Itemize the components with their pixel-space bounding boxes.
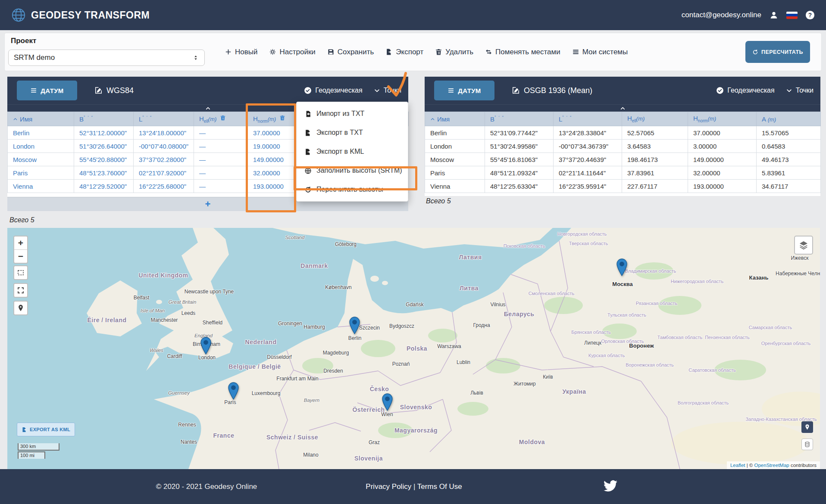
twitter-icon[interactable]: [604, 479, 617, 495]
points-dropdown-left[interactable]: Точки: [374, 87, 401, 94]
zoom-in-button[interactable]: +: [14, 236, 27, 249]
cell[interactable]: 48°12'29.52000": [74, 180, 134, 193]
fullscreen-button[interactable]: [13, 283, 28, 298]
menu-import-txt[interactable]: Импорт из TXT: [297, 104, 408, 123]
cell[interactable]: 51°30'26.64000": [74, 140, 134, 153]
cell[interactable]: 32.00000: [248, 166, 297, 180]
check-circle-icon: [304, 87, 312, 94]
menu-export-txt[interactable]: Экспорт в TXT: [297, 123, 408, 142]
marker-berlin[interactable]: [349, 317, 360, 334]
menu-recalc-heights[interactable]: Пересчитать высоты: [297, 180, 408, 199]
cell[interactable]: 37°37'02.28000": [134, 153, 194, 166]
account-icon[interactable]: [769, 10, 779, 20]
map-label: Warszawa: [437, 343, 461, 349]
cell[interactable]: 52°31'12.00000": [74, 126, 134, 140]
zoom-out-button[interactable]: −: [14, 249, 27, 263]
layers-control[interactable]: [794, 236, 813, 255]
cell[interactable]: 13°24'18.00000": [134, 126, 194, 140]
cell[interactable]: 55°45'20.88000": [74, 153, 134, 166]
save-button[interactable]: Сохранить: [327, 48, 374, 56]
export-kml-button[interactable]: EXPORT AS KML: [17, 423, 75, 436]
column-header-hell[interactable]: Hell(m): [194, 112, 248, 126]
cell[interactable]: London: [8, 140, 74, 153]
datum-button[interactable]: ДАТУМ: [17, 81, 77, 100]
help-icon[interactable]: ?: [805, 10, 815, 20]
delete-column-icon[interactable]: [279, 115, 285, 121]
coord-type-left[interactable]: Геодезическая: [304, 87, 362, 94]
cell[interactable]: 48°51'23.76000": [74, 166, 134, 180]
cell[interactable]: —: [194, 126, 248, 140]
swap-button[interactable]: Поменять местами: [485, 48, 560, 56]
osm-link[interactable]: OpenStreetMap: [754, 463, 789, 468]
column-header-l[interactable]: L° ′ ″: [134, 112, 194, 126]
column-header-hnorm[interactable]: Hnorm(m): [248, 112, 297, 126]
data-layers-button[interactable]: [801, 439, 813, 450]
cell[interactable]: -00°07'40.08000": [134, 140, 194, 153]
terms-link[interactable]: Terms Of Use: [417, 482, 462, 491]
add-marker-button[interactable]: [13, 301, 28, 315]
leaflet-link[interactable]: Leaflet: [730, 463, 745, 468]
marker-vienna[interactable]: [382, 393, 393, 411]
coord-type-right[interactable]: Геодезическая: [716, 87, 774, 94]
cell[interactable]: Paris: [8, 166, 74, 180]
settings-button[interactable]: Настройки: [269, 48, 315, 56]
language-flag-ru[interactable]: [786, 12, 798, 19]
cell[interactable]: —: [194, 153, 248, 166]
column-header-b[interactable]: B° ′ ″: [74, 112, 134, 126]
map-label: Владимирская область: [625, 268, 676, 274]
cell[interactable]: 37.00000: [248, 126, 297, 140]
datum-button[interactable]: ДАТУМ: [434, 81, 494, 100]
new-button[interactable]: Новый: [225, 48, 257, 56]
marker-london[interactable]: [200, 337, 211, 355]
cell[interactable]: Moscow: [8, 153, 74, 166]
box-select-button[interactable]: [13, 265, 28, 280]
cell[interactable]: —: [194, 180, 248, 193]
menu-export-kml[interactable]: Экспорт в KML: [297, 142, 408, 161]
cell[interactable]: Vienna: [8, 180, 74, 193]
cell[interactable]: 02°21'07.92000": [134, 166, 194, 180]
export-button[interactable]: Экспорт: [385, 48, 423, 56]
table-row: Vienna48°12'25.63304"16°22'35.95914"227.…: [425, 180, 821, 193]
cell: 3.64583: [622, 140, 688, 153]
menu-fill-heights-srtm[interactable]: Заполнить высоты (SRTM): [297, 161, 408, 180]
cell[interactable]: Berlin: [8, 126, 74, 140]
map-label: Липецк: [584, 340, 601, 346]
marker-paris[interactable]: [228, 382, 239, 400]
cell[interactable]: 19.00000: [248, 140, 297, 153]
column-header-a[interactable]: A (m): [757, 112, 821, 126]
map[interactable]: ScotlandUnited KingdomGreat BritainIsle …: [7, 228, 820, 469]
delete-button[interactable]: Удалить: [435, 48, 473, 56]
total-count-right: Всего 5: [426, 197, 451, 205]
column-header-имя[interactable]: Имя: [8, 112, 74, 126]
fullscreen-icon: [17, 286, 25, 294]
column-header-имя[interactable]: Имя: [425, 112, 485, 126]
refresh-icon: [304, 186, 312, 193]
column-header-l[interactable]: L° ′ ″: [554, 112, 622, 126]
column-header-b[interactable]: B° ′ ″: [485, 112, 554, 126]
column-header-hnorm[interactable]: Hnorm(m): [688, 112, 757, 126]
collapse-strip[interactable]: [425, 104, 820, 112]
cell: Paris: [425, 166, 485, 180]
cell[interactable]: —: [194, 140, 248, 153]
marker-moscow[interactable]: [616, 258, 627, 276]
project-select[interactable]: SRTM demo: [8, 50, 205, 66]
column-header-hell[interactable]: Hell(m): [622, 112, 688, 126]
recalculate-button[interactable]: ПЕРЕСЧИТАТЬ: [745, 41, 810, 63]
cell[interactable]: 16°22'25.68000": [134, 180, 194, 193]
map-scale: 300 km 100 mi: [18, 443, 59, 459]
delete-column-icon[interactable]: [220, 115, 226, 121]
chevron-down-icon: [786, 87, 792, 94]
cell[interactable]: 193.00000: [248, 180, 297, 193]
cell: 15.57065: [757, 126, 821, 140]
my-systems-button[interactable]: Мои системы: [572, 48, 628, 56]
map-label: Брянская область: [571, 330, 611, 335]
points-dropdown-right[interactable]: Точки: [786, 87, 813, 94]
cell[interactable]: —: [194, 166, 248, 180]
privacy-policy-link[interactable]: Privacy Policy: [366, 482, 411, 491]
cell[interactable]: 149.00000: [248, 153, 297, 166]
map-label: Самарская область: [749, 325, 792, 330]
cell: 32.00000: [688, 166, 757, 180]
locate-markers-button[interactable]: [801, 421, 813, 433]
crs-name-left[interactable]: WGS84: [94, 86, 134, 95]
crs-name-right[interactable]: OSGB 1936 (Mean): [512, 86, 592, 95]
